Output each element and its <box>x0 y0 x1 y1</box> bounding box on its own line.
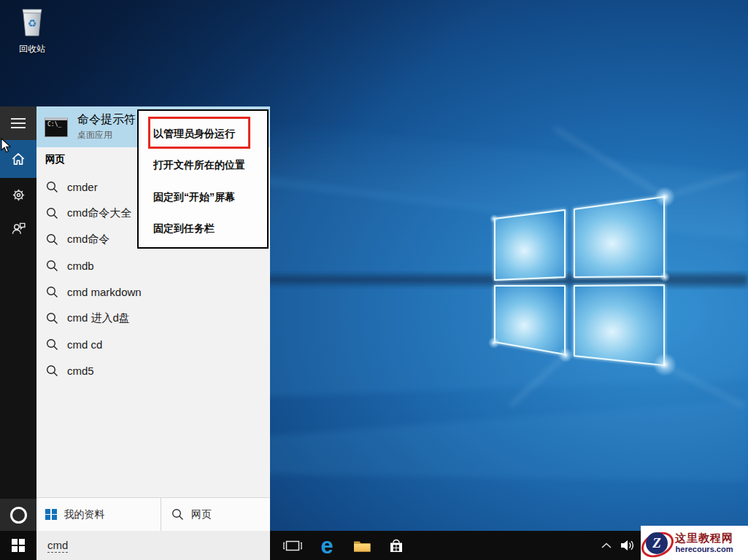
logo-circle: Z <box>646 532 668 554</box>
menu-item-pin-to-taskbar[interactable]: 固定到任务栏 <box>153 222 215 236</box>
home-icon <box>10 151 26 167</box>
watermark-site-name: 这里教程网 <box>675 532 733 545</box>
search-icon <box>171 508 184 521</box>
search-sidebar <box>0 106 36 531</box>
web-section-header: 网页 <box>45 153 65 166</box>
chevron-up-icon <box>601 542 612 549</box>
start-button[interactable] <box>0 531 36 560</box>
site-logo-icon: Z <box>641 527 674 559</box>
hamburger-icon <box>11 118 26 128</box>
windows-logo-icon <box>12 539 25 552</box>
mouse-cursor <box>1 138 12 157</box>
cursor-arrow-icon <box>1 138 12 154</box>
search-input[interactable]: cmd <box>36 531 270 560</box>
menu-item-run-as-administrator[interactable]: 以管理员身份运行 <box>153 128 235 141</box>
suggestion-item[interactable]: cmd cd <box>36 331 270 357</box>
person-chat-icon <box>11 221 26 236</box>
cortana-circle-icon <box>10 507 27 524</box>
recycle-bin-label: 回收站 <box>9 43 55 55</box>
search-input-value: cmd <box>47 539 68 553</box>
suggestion-item[interactable]: cmd5 <box>36 357 270 384</box>
task-view-icon <box>283 540 302 552</box>
watermark-site-url: herecours.com <box>675 545 733 553</box>
search-icon <box>46 365 58 377</box>
tray-volume-button[interactable] <box>617 531 639 560</box>
site-watermark: Z 这里教程网 herecours.com <box>641 526 748 560</box>
store-button[interactable] <box>379 531 413 560</box>
gear-icon <box>11 187 26 203</box>
search-icon <box>46 338 58 351</box>
search-icon <box>46 233 58 246</box>
suggestion-item[interactable]: cmdb <box>36 252 270 279</box>
edge-browser-button[interactable]: e <box>309 531 344 560</box>
context-menu: 以管理员身份运行 打开文件所在的位置 固定到“开始”屏幕 固定到任务栏 <box>137 109 269 249</box>
search-icon <box>46 207 58 219</box>
suggestion-item[interactable]: cmd 进入d盘 <box>36 305 270 331</box>
command-prompt-icon: C:\_ <box>45 117 68 137</box>
file-explorer-icon <box>353 539 371 553</box>
menu-item-pin-to-start[interactable]: 固定到“开始”屏幕 <box>153 191 235 204</box>
search-icon <box>46 181 58 193</box>
task-view-button[interactable] <box>276 531 309 560</box>
recycle-bin[interactable]: ♻ 回收站 <box>9 6 55 55</box>
sidebar-item-settings[interactable] <box>0 178 36 211</box>
hamburger-menu-button[interactable] <box>0 106 36 140</box>
windows-10-screen: ♻ 回收站 <box>0 0 748 560</box>
edge-icon: e <box>320 534 333 557</box>
search-scope-bar: 我的资料 网页 <box>36 497 270 531</box>
search-icon <box>46 260 58 272</box>
top-result-subtitle: 桌面应用 <box>77 129 136 141</box>
svg-text:♻: ♻ <box>28 18 37 29</box>
file-explorer-button[interactable] <box>344 531 379 560</box>
sidebar-item-feedback[interactable] <box>0 211 36 245</box>
tab-web[interactable]: 网页 <box>161 498 270 531</box>
recycle-bin-icon: ♻ <box>17 6 47 39</box>
search-icon <box>46 312 58 324</box>
windows-logo-icon <box>45 509 57 521</box>
menu-item-open-file-location[interactable]: 打开文件所在的位置 <box>153 159 245 172</box>
top-result-title: 命令提示符 <box>77 112 136 128</box>
tray-show-hidden-icons[interactable] <box>597 531 616 560</box>
speaker-icon <box>621 540 636 551</box>
search-icon <box>46 286 58 298</box>
sidebar-item-cortana[interactable] <box>0 499 36 531</box>
store-icon <box>388 539 404 553</box>
tab-my-stuff[interactable]: 我的资料 <box>36 498 161 531</box>
suggestion-item[interactable]: cmd markdown <box>36 279 270 305</box>
